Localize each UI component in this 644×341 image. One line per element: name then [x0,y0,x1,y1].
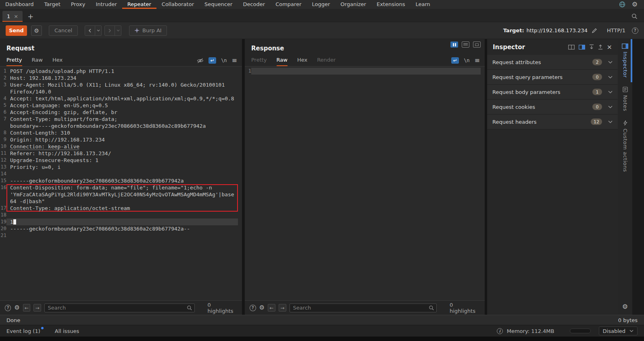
request-editor-line[interactable]: 20 ------geckoformboundary23ec7086603c38… [0,225,242,232]
response-editor-line[interactable]: 1 [245,68,485,75]
menu-item[interactable]: Target [39,0,66,9]
request-editor-line[interactable]: Firefox/140.0 [0,88,242,95]
request-editor-line[interactable]: boundary=----geckoformboundary23ec708660… [0,123,242,129]
soft-wrap-toggle-icon[interactable]: ↵ [208,57,216,64]
expand-all-icon[interactable] [598,44,603,50]
search-settings-gear-icon[interactable]: ⚙ [14,305,19,311]
request-editor-line[interactable]: 'YmFzaCAtaSAgPiYgL2Rldi90Y3AvMTkyLjE2OC4… [0,191,242,198]
menu-item[interactable]: Learn [411,0,436,9]
back-button[interactable] [85,25,95,36]
inspector-section-row[interactable]: Request headers 12 [487,114,618,129]
request-view-tab[interactable]: Pretty [6,57,22,66]
request-search-input[interactable] [44,304,195,312]
browser-globe-icon[interactable] [619,1,625,8]
request-editor-line[interactable]: 3 User-Agent: Mozilla/5.0 (X11; Linux x8… [0,81,242,88]
request-editor-line[interactable]: 4 Accept: text/html,application/xhtml+xm… [0,95,242,102]
menu-item[interactable]: Organizer [335,0,371,9]
dock-pane-icon[interactable] [568,45,575,50]
response-view-tab[interactable]: Render [317,57,336,66]
search-next-button[interactable]: → [279,304,286,312]
intercept-state-dropdown[interactable]: Disabled [599,326,638,335]
tab-close-icon[interactable]: × [14,13,18,19]
search-icon[interactable] [631,13,638,19]
chevron-down-icon[interactable] [608,76,613,79]
request-editor-line[interactable]: 11 Referer: http://192.168.173.234/ [0,150,242,157]
request-editor-line[interactable]: 64 -d|bash" [0,198,242,205]
chevron-down-icon[interactable] [608,106,613,108]
menu-item[interactable]: Sequencer [199,0,238,9]
layout-columns-icon[interactable] [450,42,458,48]
request-editor-line[interactable]: 16 Content-Disposition: form-data; name=… [0,184,242,191]
request-editor-line[interactable]: 10 Connection: keep-alive [0,143,242,150]
chevron-down-icon[interactable] [608,91,613,94]
layout-rows-icon[interactable] [462,42,469,48]
request-editor-line[interactable]: 5 Accept-Language: en-US,en;q=0.5 [0,102,242,109]
response-view-tab[interactable]: Pretty [251,57,267,66]
menu-item[interactable]: Dashboard [0,0,39,9]
sidebar-item-inspector[interactable]: Inspector [618,39,632,82]
request-editor-line[interactable]: 18 [0,212,242,218]
chevron-down-icon[interactable] [608,121,613,123]
send-settings-button[interactable]: ⚙ [31,25,42,36]
menu-item[interactable]: Intruder [90,0,122,9]
burp-ai-button[interactable]: Burp AI [129,25,167,36]
forward-dropdown-button[interactable] [115,25,121,36]
send-button[interactable]: Send [6,25,27,36]
request-editor-line[interactable]: 13 Priority: u=0, i [0,164,242,170]
edit-target-pencil-icon[interactable] [592,28,597,33]
forward-button[interactable] [104,25,115,36]
request-view-tab[interactable]: Raw [32,57,43,66]
sidebar-item-notes[interactable]: Notes [618,82,632,116]
request-editor-line[interactable]: 6 Accept-Encoding: gzip, deflate, br [0,109,242,116]
menu-item[interactable]: Repeater [122,0,156,9]
back-dropdown-button[interactable] [95,25,102,36]
chevron-down-icon[interactable] [608,61,613,64]
search-help-icon[interactable]: ? [250,305,256,311]
collapse-all-icon[interactable] [589,44,594,50]
menu-item[interactable]: Comparer [270,0,306,9]
all-issues-button[interactable]: All issues [55,328,79,334]
response-search-input[interactable] [290,304,437,312]
layout-single-icon[interactable] [473,42,481,48]
editor-menu-icon[interactable]: ≡ [232,57,237,64]
show-newlines-toggle-icon[interactable]: \n [221,58,227,63]
inspector-section-row[interactable]: Request query parameters 0 [487,70,618,85]
request-editor-line[interactable]: 2 Host: 192.168.173.234 [0,75,242,81]
http-version-label[interactable]: HTTP/1 [607,27,625,33]
request-editor-line[interactable]: 21 [0,232,242,239]
dock-pane-active-icon[interactable] [579,45,585,50]
help-icon[interactable]: ? [632,27,638,34]
inspector-section-row[interactable]: Request body parameters 1 [487,85,618,100]
cancel-button[interactable]: Cancel [49,25,78,36]
menu-item[interactable]: Logger [307,0,336,9]
request-editor-line[interactable]: 1 POST /uploads/upload.php HTTP/1.1 [0,68,242,75]
repeater-tab-1[interactable]: 1 × [2,11,23,22]
hide-nonprintable-eye-slash-icon[interactable] [197,58,204,63]
request-editor[interactable]: 1 POST /uploads/upload.php HTTP/1.1 2 Ho… [0,67,242,300]
menu-item[interactable]: Proxy [66,0,91,9]
editor-menu-icon[interactable]: ≡ [475,57,480,64]
response-view-tab[interactable]: Raw [277,57,288,66]
panel-divider[interactable] [242,39,245,315]
response-view-tab[interactable]: Hex [297,57,307,66]
show-newlines-toggle-icon[interactable]: \n [464,58,469,63]
request-editor-line[interactable]: 9 Origin: http://192.168.173.234 [0,136,242,143]
request-editor-line[interactable]: 8 Content-Length: 310 [0,129,242,136]
request-editor-line[interactable]: 7 Content-Type: multipart/form-data; [0,116,242,123]
sidebar-settings-gear-icon[interactable]: ⚙ [618,299,632,315]
request-editor-line[interactable]: 19 1 [0,218,242,225]
inspector-close-icon[interactable]: × [607,44,612,50]
search-prev-button[interactable]: ← [268,304,275,312]
menu-item[interactable]: Decoder [238,0,270,9]
request-editor-line[interactable]: 12 Upgrade-Insecure-Requests: 1 [0,157,242,164]
search-help-icon[interactable]: ? [5,305,11,311]
soft-wrap-toggle-icon[interactable]: ↵ [451,57,459,64]
event-log-button[interactable]: Event log (1) [6,328,40,334]
search-settings-gear-icon[interactable]: ⚙ [259,305,265,311]
search-next-button[interactable]: → [33,304,41,312]
settings-gear-icon[interactable]: ⚙ [632,1,638,8]
menu-item[interactable]: Collaborator [156,0,199,9]
request-editor-line[interactable]: 17 Content-Type: application/octet-strea… [0,205,242,212]
add-tab-button[interactable]: + [27,13,33,20]
sidebar-item-custom-actions[interactable]: Custom actions [618,116,632,177]
